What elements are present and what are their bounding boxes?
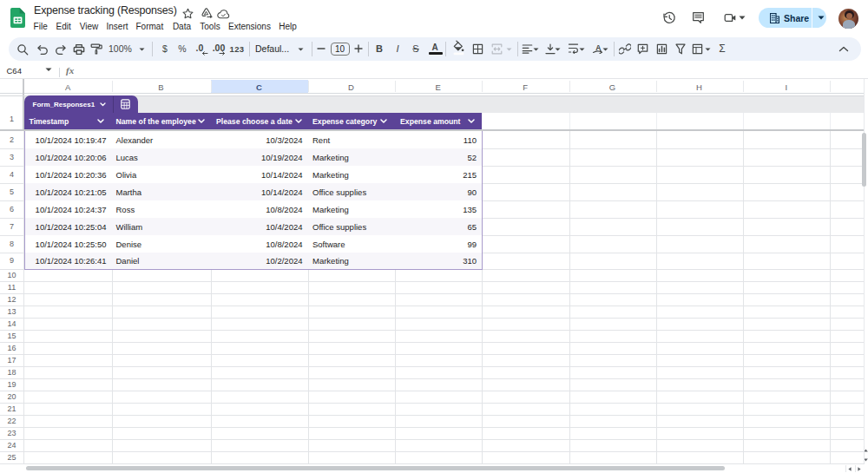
svg-text:A: A [595, 43, 601, 52]
